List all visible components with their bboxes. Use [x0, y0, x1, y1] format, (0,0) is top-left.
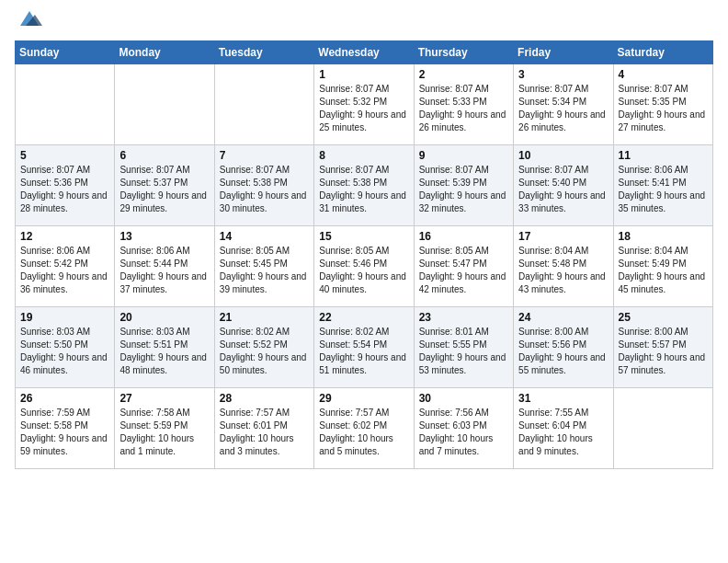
calendar-cell: 7Sunrise: 8:07 AM Sunset: 5:38 PM Daylig…: [214, 144, 313, 225]
day-number: 27: [119, 392, 209, 405]
day-number: 15: [319, 230, 408, 243]
day-number: 13: [119, 230, 209, 243]
calendar-cell: 4Sunrise: 8:07 AM Sunset: 5:35 PM Daylig…: [613, 63, 712, 144]
logo: [15, 15, 42, 33]
calendar-cell: [613, 387, 712, 468]
calendar-cell: 27Sunrise: 7:58 AM Sunset: 5:59 PM Dayli…: [115, 387, 214, 468]
calendar-table: SundayMondayTuesdayWednesdayThursdayFrid…: [15, 40, 713, 469]
calendar-cell: 21Sunrise: 8:02 AM Sunset: 5:52 PM Dayli…: [214, 306, 313, 387]
calendar-cell: 8Sunrise: 8:07 AM Sunset: 5:38 PM Daylig…: [314, 144, 414, 225]
calendar-cell: 6Sunrise: 8:07 AM Sunset: 5:37 PM Daylig…: [115, 144, 214, 225]
day-info: Sunrise: 8:06 AM Sunset: 5:42 PM Dayligh…: [20, 245, 109, 296]
day-number: 28: [220, 392, 309, 405]
day-info: Sunrise: 8:06 AM Sunset: 5:44 PM Dayligh…: [119, 245, 209, 296]
calendar-cell: 16Sunrise: 8:05 AM Sunset: 5:47 PM Dayli…: [414, 225, 513, 306]
calendar-cell: 31Sunrise: 7:55 AM Sunset: 6:04 PM Dayli…: [514, 387, 613, 468]
day-number: 14: [220, 230, 309, 243]
day-number: 3: [518, 68, 608, 81]
logo-icon: [17, 9, 42, 29]
calendar-cell: 24Sunrise: 8:00 AM Sunset: 5:56 PM Dayli…: [514, 306, 613, 387]
day-info: Sunrise: 8:07 AM Sunset: 5:37 PM Dayligh…: [119, 164, 209, 215]
day-number: 21: [220, 311, 309, 324]
day-info: Sunrise: 8:07 AM Sunset: 5:35 PM Dayligh…: [619, 83, 708, 134]
calendar-cell: 1Sunrise: 8:07 AM Sunset: 5:32 PM Daylig…: [314, 63, 414, 144]
day-number: 9: [419, 149, 508, 162]
day-info: Sunrise: 7:56 AM Sunset: 6:03 PM Dayligh…: [419, 407, 508, 458]
calendar-cell: 18Sunrise: 8:04 AM Sunset: 5:49 PM Dayli…: [613, 225, 712, 306]
weekday-header-monday: Monday: [115, 40, 214, 63]
day-number: 12: [20, 230, 109, 243]
day-number: 1: [319, 68, 408, 81]
day-number: 29: [319, 392, 408, 405]
calendar-cell: 23Sunrise: 8:01 AM Sunset: 5:55 PM Dayli…: [414, 306, 513, 387]
weekday-header-friday: Friday: [514, 40, 613, 63]
page-header: [15, 15, 713, 33]
day-info: Sunrise: 7:57 AM Sunset: 6:02 PM Dayligh…: [319, 407, 408, 458]
calendar-cell: 22Sunrise: 8:02 AM Sunset: 5:54 PM Dayli…: [314, 306, 414, 387]
day-info: Sunrise: 8:03 AM Sunset: 5:50 PM Dayligh…: [20, 326, 109, 377]
day-info: Sunrise: 8:00 AM Sunset: 5:57 PM Dayligh…: [619, 326, 708, 377]
weekday-header-thursday: Thursday: [414, 40, 513, 63]
day-number: 4: [619, 68, 708, 81]
calendar-cell: [16, 63, 115, 144]
calendar-cell: 11Sunrise: 8:06 AM Sunset: 5:41 PM Dayli…: [613, 144, 712, 225]
day-number: 10: [518, 149, 608, 162]
day-info: Sunrise: 8:02 AM Sunset: 5:52 PM Dayligh…: [220, 326, 309, 377]
weekday-header-tuesday: Tuesday: [214, 40, 313, 63]
day-number: 26: [20, 392, 109, 405]
calendar-cell: 28Sunrise: 7:57 AM Sunset: 6:01 PM Dayli…: [214, 387, 313, 468]
day-info: Sunrise: 8:05 AM Sunset: 5:45 PM Dayligh…: [220, 245, 309, 296]
weekday-header-saturday: Saturday: [613, 40, 712, 63]
calendar-cell: [214, 63, 313, 144]
day-info: Sunrise: 8:05 AM Sunset: 5:47 PM Dayligh…: [419, 245, 508, 296]
weekday-header-sunday: Sunday: [16, 40, 115, 63]
day-number: 16: [419, 230, 508, 243]
day-info: Sunrise: 8:07 AM Sunset: 5:34 PM Dayligh…: [518, 83, 608, 134]
calendar-cell: 10Sunrise: 8:07 AM Sunset: 5:40 PM Dayli…: [514, 144, 613, 225]
day-number: 24: [518, 311, 608, 324]
calendar-cell: 3Sunrise: 8:07 AM Sunset: 5:34 PM Daylig…: [514, 63, 613, 144]
day-info: Sunrise: 7:55 AM Sunset: 6:04 PM Dayligh…: [518, 407, 608, 458]
calendar-cell: 5Sunrise: 8:07 AM Sunset: 5:36 PM Daylig…: [16, 144, 115, 225]
day-info: Sunrise: 8:01 AM Sunset: 5:55 PM Dayligh…: [419, 326, 508, 377]
day-info: Sunrise: 8:07 AM Sunset: 5:40 PM Dayligh…: [518, 164, 608, 215]
day-number: 18: [619, 230, 708, 243]
day-info: Sunrise: 7:57 AM Sunset: 6:01 PM Dayligh…: [220, 407, 309, 458]
day-number: 11: [619, 149, 708, 162]
day-number: 2: [419, 68, 508, 81]
calendar-cell: 12Sunrise: 8:06 AM Sunset: 5:42 PM Dayli…: [16, 225, 115, 306]
day-number: 30: [419, 392, 508, 405]
calendar-cell: 13Sunrise: 8:06 AM Sunset: 5:44 PM Dayli…: [115, 225, 214, 306]
calendar-cell: 30Sunrise: 7:56 AM Sunset: 6:03 PM Dayli…: [414, 387, 513, 468]
day-info: Sunrise: 7:59 AM Sunset: 5:58 PM Dayligh…: [20, 407, 109, 458]
day-number: 31: [518, 392, 608, 405]
calendar-cell: 19Sunrise: 8:03 AM Sunset: 5:50 PM Dayli…: [16, 306, 115, 387]
day-number: 19: [20, 311, 109, 324]
day-number: 23: [419, 311, 508, 324]
day-number: 20: [119, 311, 209, 324]
day-info: Sunrise: 8:02 AM Sunset: 5:54 PM Dayligh…: [319, 326, 408, 377]
day-info: Sunrise: 7:58 AM Sunset: 5:59 PM Dayligh…: [119, 407, 209, 458]
day-number: 7: [220, 149, 309, 162]
day-info: Sunrise: 8:07 AM Sunset: 5:32 PM Dayligh…: [319, 83, 408, 134]
day-number: 6: [119, 149, 209, 162]
day-info: Sunrise: 8:07 AM Sunset: 5:38 PM Dayligh…: [319, 164, 408, 215]
calendar-cell: 26Sunrise: 7:59 AM Sunset: 5:58 PM Dayli…: [16, 387, 115, 468]
calendar-cell: 14Sunrise: 8:05 AM Sunset: 5:45 PM Dayli…: [214, 225, 313, 306]
calendar-cell: [115, 63, 214, 144]
calendar-cell: 15Sunrise: 8:05 AM Sunset: 5:46 PM Dayli…: [314, 225, 414, 306]
day-number: 8: [319, 149, 408, 162]
weekday-header-wednesday: Wednesday: [314, 40, 414, 63]
calendar-cell: 2Sunrise: 8:07 AM Sunset: 5:33 PM Daylig…: [414, 63, 513, 144]
day-info: Sunrise: 8:06 AM Sunset: 5:41 PM Dayligh…: [619, 164, 708, 215]
day-info: Sunrise: 8:03 AM Sunset: 5:51 PM Dayligh…: [119, 326, 209, 377]
calendar-cell: 9Sunrise: 8:07 AM Sunset: 5:39 PM Daylig…: [414, 144, 513, 225]
day-number: 5: [20, 149, 109, 162]
day-info: Sunrise: 8:07 AM Sunset: 5:38 PM Dayligh…: [220, 164, 309, 215]
day-info: Sunrise: 8:07 AM Sunset: 5:36 PM Dayligh…: [20, 164, 109, 215]
day-info: Sunrise: 8:04 AM Sunset: 5:48 PM Dayligh…: [518, 245, 608, 296]
calendar-cell: 17Sunrise: 8:04 AM Sunset: 5:48 PM Dayli…: [514, 225, 613, 306]
day-number: 25: [619, 311, 708, 324]
day-info: Sunrise: 8:05 AM Sunset: 5:46 PM Dayligh…: [319, 245, 408, 296]
day-number: 22: [319, 311, 408, 324]
